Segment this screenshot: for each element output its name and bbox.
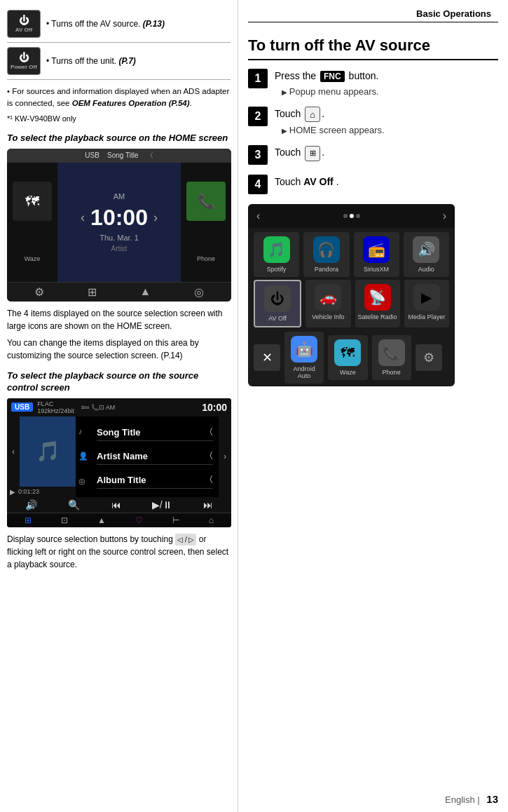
- av-source-row-3-partial: ✕ 🤖 Android Auto 🗺 Waze 📞 Phone ⚙: [248, 329, 455, 386]
- home-time-display: 10:00: [90, 205, 148, 231]
- dot-1: [343, 214, 348, 218]
- source-eq-btn: ⊡: [61, 515, 68, 525]
- source-artist-row: Artist Name 〈: [97, 448, 213, 465]
- source-home-btn: ⌂: [209, 515, 214, 525]
- home-antennas: Artist: [111, 245, 128, 252]
- av-media-label: Media Player: [409, 313, 446, 320]
- av-audio-label: Audio: [418, 266, 434, 273]
- power-off-icon: ⏻: [19, 53, 29, 62]
- av-waze-label: Waze: [340, 369, 356, 376]
- step-4-content: Touch AV Off .: [275, 175, 498, 189]
- source-top-bar: USB FLAC192kHz/24bit ≡∞ 📞⊡ AM 10:00: [7, 398, 231, 417]
- home-center-nav: ‹ 10:00 ›: [81, 202, 158, 234]
- step-3-content: Touch ⊞.: [275, 145, 498, 161]
- power-icon: ⏻: [19, 15, 29, 25]
- source-left-nav: ‹: [7, 417, 20, 487]
- source-album-chevron: 〈: [205, 474, 213, 486]
- step-num-2: 2: [248, 107, 268, 126]
- power-off-row: ⏻ Power Off • Turns off the unit. (P.7): [7, 43, 231, 80]
- av-siriusxm-label: SiriusXM: [364, 266, 389, 273]
- av-siriusxm: 📻 SiriusXM: [354, 232, 399, 277]
- av-audio: 🔊 Audio: [404, 232, 449, 277]
- section-title: To turn off the AV source: [248, 36, 498, 60]
- step-1-content: Press the FNC button. Popup menu appears…: [275, 69, 498, 97]
- home-bottom-nav: ▲: [139, 285, 151, 298]
- power-off-label: Power Off: [11, 64, 37, 70]
- av-phone-icon: 📞: [378, 339, 405, 366]
- source-left-side: ‹ 🎵 ▶ 0:01:23: [7, 417, 76, 497]
- footer-page: 13: [486, 793, 498, 805]
- av-android-icon: 🤖: [291, 336, 317, 363]
- home-next-arrow: ›: [153, 210, 158, 225]
- note-ads: • For sources and information displayed …: [7, 86, 231, 110]
- av-avoff: ⏻ AV Off: [254, 280, 301, 327]
- av-off-row: ⏻ AV Off • Turns off the AV source. (P.1…: [7, 6, 231, 43]
- source-screen-mock: USB FLAC192kHz/24bit ≡∞ 📞⊡ AM 10:00 ‹ 🎵 …: [7, 398, 231, 527]
- av-mediaplayer: ▶ Media Player: [404, 280, 449, 327]
- home-bottom-bar: ⚙ ⊞ ▲ ◎: [7, 282, 231, 302]
- note-asterisk: *¹ KW-V940BW only: [7, 113, 231, 125]
- source-body: ‹ 🎵 ▶ 0:01:23 ♪ 👤 ◎: [7, 417, 231, 497]
- source-artist-chevron: 〈: [205, 450, 213, 462]
- av-androidauto: 🤖 Android Auto: [284, 332, 324, 384]
- power-off-icon-box: ⏻ Power Off: [7, 47, 41, 75]
- source-track-info: Song Title 〈 Artist Name 〈 Album Title 〈: [91, 417, 219, 497]
- source-person-icon: 👤: [78, 452, 88, 461]
- source-time: 10:00: [202, 402, 227, 413]
- source-fav-btn: ♡: [135, 515, 143, 525]
- av-settings: ⚙: [416, 344, 449, 371]
- step-num-1: 1: [248, 69, 268, 88]
- av-vehicle-label: Vehicle Info: [312, 313, 345, 320]
- home-screen-grid: 🗺 Waze AM ‹ 10:00 › Thu. Mar. 1 Artist 📞…: [7, 163, 231, 282]
- power-off-text: • Turns off the unit. (P.7): [46, 55, 136, 67]
- source-icons-bar: ≡∞ 📞⊡ AM: [81, 404, 116, 411]
- page-header: Basic Operations: [248, 6, 498, 22]
- step-1: 1 Press the FNC button. Popup menu appea…: [248, 69, 498, 97]
- home-icon-inline: ⌂: [305, 107, 320, 122]
- av-pandora-label: Pandora: [315, 266, 338, 273]
- av-avoff-label: AV Off: [268, 315, 287, 322]
- av-close-btn[interactable]: ✕: [254, 344, 280, 371]
- source-search-icon: 🔍: [68, 499, 80, 510]
- grid-icon-inline: ⊞: [305, 146, 320, 161]
- av-phone-label: Phone: [383, 369, 401, 376]
- source-right-arrow: ›: [224, 452, 226, 461]
- home-phone-icon: 📞: [186, 182, 226, 221]
- av-siriusxm-icon: 📻: [363, 236, 390, 263]
- source-usb-tag: USB: [11, 402, 33, 412]
- home-bottom-grid: ⊞: [88, 285, 97, 299]
- av-phone: 📞 Phone: [372, 335, 411, 380]
- footer-lang: English: [445, 794, 475, 805]
- step-4-main: Touch AV Off .: [275, 175, 498, 189]
- home-screen-heading: To select the playback source on the HOM…: [7, 133, 231, 144]
- source-desc: Display source selection buttons by touc…: [7, 533, 231, 571]
- av-satelite: 📡 Satelite Radio: [355, 280, 400, 327]
- av-source-row-2: ⏻ AV Off 🚗 Vehicle Info 📡 Satelite Radio…: [248, 278, 455, 329]
- source-controls-bar: 🔊 🔍 ⏮ ▶/⏸ ⏭: [7, 497, 231, 513]
- av-settings-icon: ⚙: [416, 344, 442, 371]
- left-column: ⏻ AV Off • Turns off the AV source. (P.1…: [0, 0, 238, 812]
- source-control-heading: To select the playback source on the sou…: [7, 370, 231, 394]
- step-3-main: Touch ⊞.: [275, 145, 498, 161]
- av-satelite-icon: 📡: [364, 284, 391, 311]
- av-source-row-1: 🎵 Spotify 🎧 Pandora 📻 SiriusXM 🔊 Audio: [248, 228, 455, 278]
- source-mid-controls: ♪ 👤 ◎: [76, 417, 91, 497]
- source-grid-btn: ⊞: [25, 515, 32, 525]
- home-left-panel: 🗺 Waze: [7, 163, 57, 282]
- step-4: 4 Touch AV Off .: [248, 175, 498, 194]
- fnc-button-label: FNC: [320, 71, 345, 82]
- mock-top-bar: USB Song Title 〈: [7, 149, 231, 163]
- step-3: 3 Touch ⊞.: [248, 145, 498, 165]
- home-phone-label: Phone: [197, 255, 215, 262]
- left-right-arrows-icon: ◁ / ▷: [175, 534, 196, 546]
- av-vehicleinfo: 🚗 Vehicle Info: [306, 280, 350, 327]
- home-waze-icon: 🗺: [13, 182, 52, 221]
- source-song-chevron: 〈: [205, 426, 213, 438]
- home-center: AM ‹ 10:00 › Thu. Mar. 1 Artist: [57, 163, 181, 282]
- av-pandora: 🎧 Pandora: [303, 232, 349, 277]
- av-off-text: • Turns off the AV source. (P.13): [46, 18, 165, 30]
- av-spotify-label: Spotify: [267, 266, 287, 273]
- dot-2: [350, 214, 354, 218]
- source-album-row: Album Title 〈: [97, 472, 213, 489]
- step-2-sub: HOME screen appears.: [275, 125, 498, 135]
